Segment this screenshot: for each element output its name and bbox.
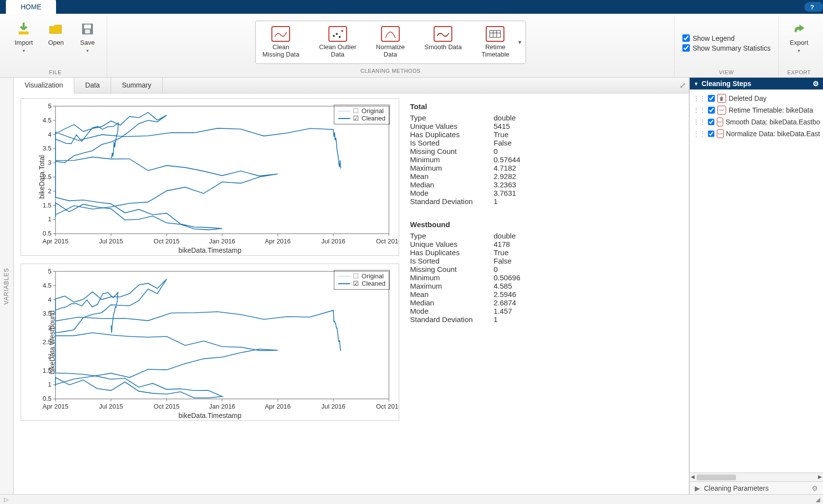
show-legend-checkbox[interactable]: Show Legend	[682, 34, 771, 42]
svg-text:3.5: 3.5	[43, 310, 52, 317]
svg-text:Oct 2015: Oct 2015	[154, 403, 180, 410]
cleaning-step[interactable]: ⋮⋮〰Retime Timetable: bikeData	[692, 104, 821, 116]
smooth-button[interactable]: Smooth Data	[421, 24, 465, 53]
svg-text:Oct 2016: Oct 2016	[376, 237, 399, 245]
drag-grip-icon[interactable]: ⋮⋮	[693, 118, 705, 126]
smooth-icon	[434, 26, 452, 42]
normalize-button[interactable]: Normalize Data	[373, 24, 408, 60]
stat-key: Maximum	[410, 164, 494, 172]
center-tabs: Visualization Data Summary ⤢	[14, 78, 689, 93]
stat-value: 1.457	[494, 307, 512, 315]
normalize-icon: 〰	[717, 129, 724, 138]
import-icon	[15, 21, 32, 37]
tab-visualization[interactable]: Visualization	[14, 78, 74, 93]
show-summary-input[interactable]	[682, 44, 690, 52]
svg-text:Jul 2015: Jul 2015	[99, 237, 123, 245]
group-label-export: EXPORT	[787, 69, 811, 76]
smooth-label: Smooth Data	[424, 44, 462, 51]
stat-value: 0.50696	[494, 273, 520, 282]
svg-point-7	[341, 30, 343, 32]
ribbon-group-cleaning: Clean Missing Data Clean Outlier Data No…	[107, 16, 675, 77]
show-legend-input[interactable]	[682, 34, 690, 42]
play-icon[interactable]: ▷	[4, 496, 8, 503]
cleaning-step[interactable]: ⋮⋮🗑Deleted Day	[692, 92, 821, 104]
svg-text:5: 5	[48, 102, 52, 110]
gear-icon[interactable]: ⚙	[812, 484, 818, 492]
open-button[interactable]: Open	[45, 19, 67, 49]
stat-value: double	[494, 114, 516, 122]
retime-icon: 〰	[717, 106, 726, 115]
svg-text:Jul 2016: Jul 2016	[321, 403, 345, 410]
cleaning-steps-header[interactable]: ▼ Cleaning Steps ⚙	[690, 78, 823, 89]
help-button[interactable]: ?	[804, 2, 820, 12]
stat-row: Standard Deviation1	[410, 197, 677, 206]
center-panel: Visualization Data Summary ⤢ bikeData.To…	[14, 78, 689, 494]
import-button[interactable]: Import ▼	[12, 19, 36, 55]
smooth-icon: 〰	[717, 118, 723, 126]
stat-row: Median2.6874	[410, 298, 677, 307]
stat-key: Maximum	[410, 282, 494, 290]
stats-total-title: Total	[410, 102, 677, 111]
stat-key: Is Sorted	[410, 257, 494, 265]
stat-key: Standard Deviation	[410, 315, 494, 324]
retime-button[interactable]: Retime Timetable	[478, 24, 512, 60]
stat-value: 2.9282	[494, 172, 516, 180]
stat-row: Unique Values5415	[410, 122, 677, 130]
stat-value: 3.7631	[494, 189, 516, 197]
stat-key: Type	[410, 114, 494, 122]
drag-grip-icon[interactable]: ⋮⋮	[693, 94, 705, 102]
stat-value: 2.6874	[494, 298, 516, 307]
step-label: Deleted Day	[729, 94, 766, 102]
group-label-cleaning: CLEANING METHODS	[360, 68, 420, 75]
tab-home[interactable]: HOME	[6, 0, 56, 14]
resize-grip-icon[interactable]: ◢	[816, 496, 820, 503]
drag-grip-icon[interactable]: ⋮⋮	[693, 130, 705, 138]
horizontal-scrollbar[interactable]: ◀▶	[690, 473, 823, 481]
svg-text:Oct 2016: Oct 2016	[376, 403, 399, 410]
drag-grip-icon[interactable]: ⋮⋮	[693, 106, 705, 114]
step-checkbox[interactable]	[708, 119, 714, 125]
variables-label: VARIABLES	[3, 267, 10, 304]
svg-text:4: 4	[48, 131, 52, 138]
show-summary-checkbox[interactable]: Show Summary Statistics	[682, 44, 771, 52]
stat-value: 0	[494, 147, 498, 155]
cleaning-methods-dropdown[interactable]: ▾	[518, 38, 522, 46]
cleaning-parameters-header[interactable]: ▶ Cleaning Parameters ⚙	[690, 481, 823, 494]
retime-label: Retime Timetable	[481, 44, 509, 59]
stat-value: 4178	[494, 240, 510, 248]
gear-icon[interactable]: ⚙	[813, 80, 819, 88]
svg-text:0.5: 0.5	[43, 395, 52, 402]
export-label: Export	[790, 39, 808, 47]
step-checkbox[interactable]	[708, 107, 715, 114]
ribbon-group-export: Export ▼ EXPORT	[779, 16, 819, 77]
cleaning-parameters-label: Cleaning Parameters	[704, 484, 769, 492]
stat-value: 2.5946	[494, 290, 516, 298]
svg-text:4.5: 4.5	[43, 282, 52, 289]
clean-missing-button[interactable]: Clean Missing Data	[260, 24, 302, 60]
svg-text:2.5: 2.5	[43, 173, 52, 180]
cleaning-step[interactable]: ⋮⋮〰Smooth Data: bikeData.Eastbo	[692, 116, 821, 128]
step-checkbox[interactable]	[708, 95, 715, 102]
panel-undock-icon[interactable]: ⤢	[679, 81, 686, 90]
cleaning-step[interactable]: ⋮⋮〰Normalize Data: bikeData.East	[692, 128, 821, 140]
chevron-down-icon: ▼	[22, 49, 26, 53]
stats-westbound-title: Westbound	[410, 220, 677, 229]
stat-row: Unique Values4178	[410, 240, 677, 248]
step-checkbox[interactable]	[708, 130, 714, 137]
export-button[interactable]: Export ▼	[787, 19, 811, 55]
svg-rect-12	[56, 106, 389, 234]
tab-summary[interactable]: Summary	[111, 78, 163, 93]
stat-key: Median	[410, 298, 494, 307]
clean-outlier-button[interactable]: Clean Outlier Data	[316, 24, 359, 60]
cleaning-steps-title: Cleaning Steps	[702, 80, 751, 88]
chevron-down-icon: ▼	[797, 49, 801, 53]
cleaning-steps-panel: ▼ Cleaning Steps ⚙ ⋮⋮🗑Deleted Day⋮⋮〰Reti…	[689, 78, 823, 494]
step-label: Normalize Data: bikeData.East	[726, 130, 820, 138]
svg-text:3: 3	[48, 324, 52, 331]
tab-data[interactable]: Data	[74, 78, 111, 93]
save-button[interactable]: Save ▼	[76, 19, 99, 55]
open-label: Open	[48, 39, 64, 47]
variables-sidebar[interactable]: VARIABLES	[0, 78, 14, 494]
stat-value: True	[494, 130, 508, 139]
stat-value: 0	[494, 265, 498, 273]
